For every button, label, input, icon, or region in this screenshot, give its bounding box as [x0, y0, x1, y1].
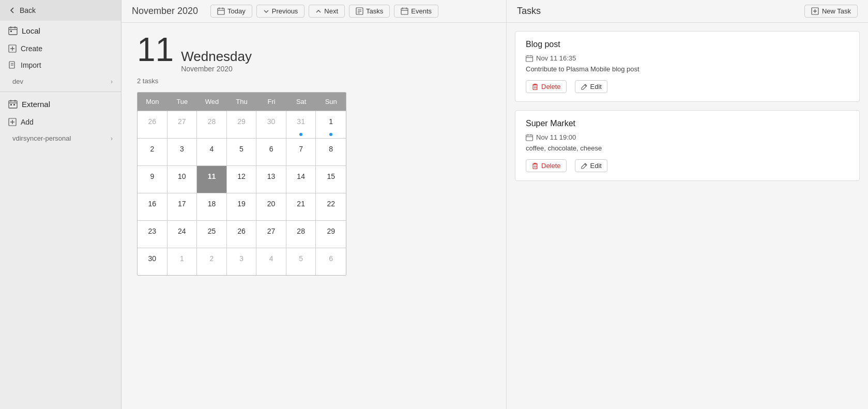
- svg-rect-11: [9, 101, 17, 108]
- calendar-cell[interactable]: 4: [256, 248, 286, 275]
- calendar-row: 16171819202122: [138, 193, 346, 220]
- calendar-cell[interactable]: 29: [227, 111, 257, 138]
- import-label: Import: [21, 61, 41, 69]
- col-header-sat: Sat: [286, 93, 316, 111]
- edit-button[interactable]: Edit: [575, 159, 607, 172]
- calendar-grid: Mon Tue Wed Thu Fri Sat Sun 262728293031…: [137, 92, 346, 276]
- calendar-cell[interactable]: 12: [227, 166, 257, 193]
- calendar-cell[interactable]: 6: [316, 248, 346, 275]
- task-card: Super Market Nov 11 19:00 coffee, chocol…: [515, 110, 860, 181]
- calendar-cell[interactable]: 6: [256, 139, 286, 165]
- calendar-cell[interactable]: 23: [138, 221, 167, 248]
- calendar-cell[interactable]: 26: [227, 221, 257, 248]
- add-item[interactable]: Add: [0, 114, 121, 130]
- calendar-cell[interactable]: 5: [286, 248, 316, 275]
- calendar-row: 9101112131415: [138, 165, 346, 193]
- tasks-label: Tasks: [366, 7, 383, 15]
- calendar-cell[interactable]: 9: [138, 166, 167, 193]
- svg-rect-47: [533, 164, 537, 169]
- date-weekday: Wednesday: [181, 49, 252, 65]
- create-label: Create: [21, 44, 42, 53]
- main-content: November 2020 Today Previous Next: [121, 0, 506, 409]
- dev-item[interactable]: dev ›: [0, 73, 121, 89]
- tasks-panel: Tasks New Task Blog post Nov 11 16:35 Co…: [506, 0, 868, 409]
- calendar-cell[interactable]: 1: [167, 248, 197, 275]
- calendar-icon: [526, 55, 533, 62]
- task-description: Contribute to Plasma Mobile blog post: [526, 65, 849, 73]
- calendar-cell[interactable]: 31: [286, 111, 316, 138]
- calendar-cell[interactable]: 24: [167, 221, 197, 248]
- task-title: Super Market: [526, 119, 849, 128]
- date-header: 11 Wednesday November 2020: [137, 33, 491, 73]
- events-button[interactable]: Events: [394, 5, 438, 18]
- calendar-cell[interactable]: 15: [316, 166, 346, 193]
- create-icon: [8, 44, 17, 53]
- calendar-cell[interactable]: 1: [316, 111, 346, 138]
- svg-rect-15: [10, 104, 12, 105]
- col-header-wed: Wed: [197, 93, 227, 111]
- vdirsyncer-item[interactable]: vdirsyncer-personal ›: [0, 130, 121, 146]
- calendar-cell[interactable]: 17: [167, 193, 197, 220]
- calendar-cell[interactable]: 11: [197, 166, 227, 193]
- calendar-row: 30123456: [138, 248, 346, 275]
- calendar-body: 2627282930311234567891011121314151617181…: [138, 111, 346, 275]
- create-item[interactable]: Create: [0, 40, 121, 57]
- previous-button[interactable]: Previous: [256, 5, 305, 18]
- external-label: External: [22, 100, 50, 109]
- sidebar-divider: [0, 92, 121, 92]
- task-actions: Delete Edit: [526, 159, 849, 172]
- calendar-cell[interactable]: 3: [227, 248, 257, 275]
- today-label: Today: [227, 7, 246, 15]
- new-task-button[interactable]: New Task: [804, 5, 858, 18]
- date-info: Wednesday November 2020: [181, 49, 252, 73]
- import-item[interactable]: Import: [0, 57, 121, 73]
- delete-button[interactable]: Delete: [526, 80, 567, 93]
- calendar-cell[interactable]: 18: [197, 193, 227, 220]
- calendar-cell[interactable]: 7: [286, 139, 316, 165]
- tasks-panel-header: Tasks New Task: [507, 0, 868, 23]
- svg-rect-4: [10, 31, 12, 32]
- calendar-cell[interactable]: 26: [138, 111, 167, 138]
- calendar-cell[interactable]: 14: [286, 166, 316, 193]
- today-button[interactable]: Today: [210, 5, 252, 18]
- svg-rect-43: [526, 135, 533, 141]
- today-icon: [217, 7, 225, 15]
- calendar-cell[interactable]: 2: [138, 139, 167, 165]
- next-button[interactable]: Next: [309, 5, 345, 18]
- calendar-cell[interactable]: 21: [286, 193, 316, 220]
- calendar-cell[interactable]: 16: [138, 193, 167, 220]
- edit-button[interactable]: Edit: [575, 80, 607, 93]
- edit-icon: [581, 83, 588, 90]
- calendar-cell[interactable]: 13: [256, 166, 286, 193]
- calendar-cell[interactable]: 30: [138, 248, 167, 275]
- calendar-cell[interactable]: 25: [197, 221, 227, 248]
- calendar-cell[interactable]: 28: [286, 221, 316, 248]
- calendar-cell[interactable]: 8: [316, 139, 346, 165]
- chevron-up-icon-next: [315, 8, 322, 14]
- calendar-row: 23242526272829: [138, 220, 346, 248]
- calendar-cell[interactable]: 19: [227, 193, 257, 220]
- calendar-cell[interactable]: 30: [256, 111, 286, 138]
- local-section: Local: [0, 21, 121, 40]
- svg-rect-39: [533, 85, 537, 89]
- month-title: November 2020: [132, 6, 198, 17]
- new-task-icon: [811, 7, 819, 15]
- calendar-cell[interactable]: 10: [167, 166, 197, 193]
- svg-rect-20: [218, 8, 224, 14]
- calendar-cell[interactable]: 3: [167, 139, 197, 165]
- back-button[interactable]: Back: [0, 0, 121, 21]
- calendar-cell[interactable]: 22: [316, 193, 346, 220]
- calendar-cell[interactable]: 20: [256, 193, 286, 220]
- tasks-button[interactable]: Tasks: [349, 5, 390, 18]
- trash-icon: [531, 162, 539, 170]
- calendar-icon-local: [8, 26, 18, 35]
- calendar-cell[interactable]: 28: [197, 111, 227, 138]
- calendar-cell[interactable]: 27: [167, 111, 197, 138]
- calendar-cell[interactable]: 5: [227, 139, 257, 165]
- sidebar: Back Local Create Import: [0, 0, 121, 409]
- calendar-cell[interactable]: 29: [316, 221, 346, 248]
- calendar-cell[interactable]: 4: [197, 139, 227, 165]
- calendar-cell[interactable]: 27: [256, 221, 286, 248]
- calendar-cell[interactable]: 2: [197, 248, 227, 275]
- delete-button[interactable]: Delete: [526, 159, 567, 172]
